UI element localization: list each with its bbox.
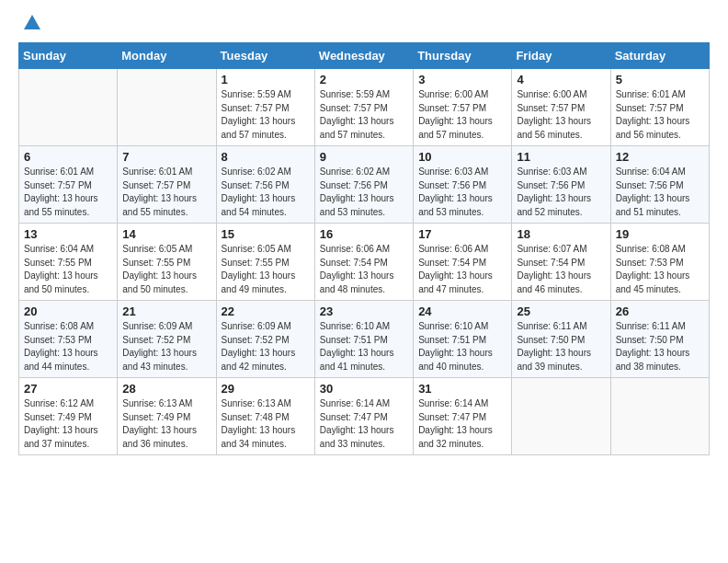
day-number: 5 bbox=[616, 73, 704, 86]
day-info: Sunrise: 6:14 AM Sunset: 7:47 PM Dayligh… bbox=[320, 397, 408, 451]
day-cell: 5Sunrise: 6:01 AM Sunset: 7:57 PM Daylig… bbox=[610, 69, 709, 146]
day-cell: 7Sunrise: 6:01 AM Sunset: 7:57 PM Daylig… bbox=[118, 146, 216, 224]
day-cell: 28Sunrise: 6:13 AM Sunset: 7:49 PM Dayli… bbox=[118, 378, 216, 455]
day-cell: 18Sunrise: 6:07 AM Sunset: 7:54 PM Dayli… bbox=[512, 224, 610, 301]
weekday-header-sunday: Sunday bbox=[19, 43, 118, 69]
day-cell: 9Sunrise: 6:02 AM Sunset: 7:56 PM Daylig… bbox=[314, 146, 413, 224]
day-number: 30 bbox=[320, 382, 408, 396]
logo bbox=[18, 15, 42, 33]
week-row-3: 13Sunrise: 6:04 AM Sunset: 7:55 PM Dayli… bbox=[19, 224, 710, 301]
day-cell: 16Sunrise: 6:06 AM Sunset: 7:54 PM Dayli… bbox=[314, 224, 413, 301]
day-cell: 26Sunrise: 6:11 AM Sunset: 7:50 PM Dayli… bbox=[610, 301, 709, 378]
day-cell: 22Sunrise: 6:09 AM Sunset: 7:52 PM Dayli… bbox=[216, 301, 314, 378]
day-number: 29 bbox=[222, 382, 310, 396]
day-info: Sunrise: 6:11 AM Sunset: 7:50 PM Dayligh… bbox=[517, 320, 605, 373]
day-number: 4 bbox=[517, 73, 605, 86]
day-number: 13 bbox=[24, 227, 112, 241]
day-cell: 31Sunrise: 6:14 AM Sunset: 7:47 PM Dayli… bbox=[414, 378, 512, 455]
header bbox=[18, 15, 710, 33]
day-number: 16 bbox=[320, 227, 408, 241]
day-info: Sunrise: 6:11 AM Sunset: 7:50 PM Dayligh… bbox=[616, 320, 704, 373]
day-info: Sunrise: 6:03 AM Sunset: 7:56 PM Dayligh… bbox=[517, 166, 605, 219]
day-number: 17 bbox=[418, 227, 506, 241]
day-cell: 23Sunrise: 6:10 AM Sunset: 7:51 PM Dayli… bbox=[314, 301, 413, 378]
weekday-header-row: SundayMondayTuesdayWednesdayThursdayFrid… bbox=[19, 43, 710, 69]
day-cell: 13Sunrise: 6:04 AM Sunset: 7:55 PM Dayli… bbox=[19, 224, 118, 301]
day-info: Sunrise: 6:07 AM Sunset: 7:54 PM Dayligh… bbox=[517, 243, 605, 296]
day-number: 19 bbox=[616, 227, 704, 241]
weekday-header-tuesday: Tuesday bbox=[216, 43, 314, 69]
day-cell bbox=[118, 69, 216, 146]
day-number: 28 bbox=[122, 382, 210, 396]
day-info: Sunrise: 6:00 AM Sunset: 7:57 PM Dayligh… bbox=[517, 88, 605, 142]
day-cell: 25Sunrise: 6:11 AM Sunset: 7:50 PM Dayli… bbox=[512, 301, 610, 378]
day-info: Sunrise: 6:14 AM Sunset: 7:47 PM Dayligh… bbox=[418, 397, 506, 451]
day-cell: 27Sunrise: 6:12 AM Sunset: 7:49 PM Dayli… bbox=[19, 378, 118, 455]
day-info: Sunrise: 5:59 AM Sunset: 7:57 PM Dayligh… bbox=[320, 88, 408, 142]
day-cell: 4Sunrise: 6:00 AM Sunset: 7:57 PM Daylig… bbox=[512, 69, 610, 146]
day-number: 2 bbox=[320, 73, 408, 86]
day-cell: 30Sunrise: 6:14 AM Sunset: 7:47 PM Dayli… bbox=[314, 378, 413, 455]
day-info: Sunrise: 5:59 AM Sunset: 7:57 PM Dayligh… bbox=[222, 88, 310, 142]
day-number: 18 bbox=[517, 227, 605, 241]
day-number: 10 bbox=[418, 150, 506, 164]
day-cell: 6Sunrise: 6:01 AM Sunset: 7:57 PM Daylig… bbox=[19, 146, 118, 224]
day-cell: 20Sunrise: 6:08 AM Sunset: 7:53 PM Dayli… bbox=[19, 301, 118, 378]
day-cell: 2Sunrise: 5:59 AM Sunset: 7:57 PM Daylig… bbox=[314, 69, 413, 146]
day-number: 3 bbox=[418, 73, 506, 86]
weekday-header-monday: Monday bbox=[118, 43, 216, 69]
day-info: Sunrise: 6:02 AM Sunset: 7:56 PM Dayligh… bbox=[320, 166, 408, 219]
day-cell: 11Sunrise: 6:03 AM Sunset: 7:56 PM Dayli… bbox=[512, 146, 610, 224]
svg-marker-0 bbox=[24, 15, 40, 29]
day-info: Sunrise: 6:12 AM Sunset: 7:49 PM Dayligh… bbox=[24, 397, 112, 451]
day-number: 24 bbox=[418, 304, 506, 318]
day-cell: 19Sunrise: 6:08 AM Sunset: 7:53 PM Dayli… bbox=[610, 224, 709, 301]
day-cell: 8Sunrise: 6:02 AM Sunset: 7:56 PM Daylig… bbox=[216, 146, 314, 224]
day-info: Sunrise: 6:03 AM Sunset: 7:56 PM Dayligh… bbox=[418, 166, 506, 219]
day-number: 1 bbox=[222, 73, 310, 86]
day-info: Sunrise: 6:04 AM Sunset: 7:56 PM Dayligh… bbox=[616, 166, 704, 219]
day-info: Sunrise: 6:04 AM Sunset: 7:55 PM Dayligh… bbox=[24, 243, 112, 296]
day-cell: 17Sunrise: 6:06 AM Sunset: 7:54 PM Dayli… bbox=[414, 224, 512, 301]
day-info: Sunrise: 6:10 AM Sunset: 7:51 PM Dayligh… bbox=[320, 320, 408, 373]
day-number: 31 bbox=[418, 382, 506, 396]
day-number: 22 bbox=[222, 304, 310, 318]
day-number: 12 bbox=[616, 150, 704, 164]
day-info: Sunrise: 6:13 AM Sunset: 7:49 PM Dayligh… bbox=[122, 397, 210, 451]
day-cell: 3Sunrise: 6:00 AM Sunset: 7:57 PM Daylig… bbox=[414, 69, 512, 146]
day-number: 26 bbox=[616, 304, 704, 318]
day-cell: 15Sunrise: 6:05 AM Sunset: 7:55 PM Dayli… bbox=[216, 224, 314, 301]
day-number: 20 bbox=[24, 304, 112, 318]
logo-icon bbox=[22, 13, 42, 33]
calendar-table: SundayMondayTuesdayWednesdayThursdayFrid… bbox=[18, 42, 710, 455]
day-info: Sunrise: 6:01 AM Sunset: 7:57 PM Dayligh… bbox=[616, 88, 704, 142]
day-info: Sunrise: 6:02 AM Sunset: 7:56 PM Dayligh… bbox=[222, 166, 310, 219]
day-info: Sunrise: 6:09 AM Sunset: 7:52 PM Dayligh… bbox=[222, 320, 310, 373]
day-cell: 1Sunrise: 5:59 AM Sunset: 7:57 PM Daylig… bbox=[216, 69, 314, 146]
day-info: Sunrise: 6:06 AM Sunset: 7:54 PM Dayligh… bbox=[418, 243, 506, 296]
day-info: Sunrise: 6:01 AM Sunset: 7:57 PM Dayligh… bbox=[24, 166, 112, 219]
day-info: Sunrise: 6:06 AM Sunset: 7:54 PM Dayligh… bbox=[320, 243, 408, 296]
weekday-header-wednesday: Wednesday bbox=[314, 43, 413, 69]
day-number: 27 bbox=[24, 382, 112, 396]
day-number: 23 bbox=[320, 304, 408, 318]
page: SundayMondayTuesdayWednesdayThursdayFrid… bbox=[0, 0, 728, 563]
day-info: Sunrise: 6:09 AM Sunset: 7:52 PM Dayligh… bbox=[122, 320, 210, 373]
day-info: Sunrise: 6:05 AM Sunset: 7:55 PM Dayligh… bbox=[222, 243, 310, 296]
day-cell: 24Sunrise: 6:10 AM Sunset: 7:51 PM Dayli… bbox=[414, 301, 512, 378]
day-info: Sunrise: 6:13 AM Sunset: 7:48 PM Dayligh… bbox=[222, 397, 310, 451]
weekday-header-friday: Friday bbox=[512, 43, 610, 69]
week-row-4: 20Sunrise: 6:08 AM Sunset: 7:53 PM Dayli… bbox=[19, 301, 710, 378]
day-info: Sunrise: 6:08 AM Sunset: 7:53 PM Dayligh… bbox=[24, 320, 112, 373]
day-cell: 14Sunrise: 6:05 AM Sunset: 7:55 PM Dayli… bbox=[118, 224, 216, 301]
day-info: Sunrise: 6:08 AM Sunset: 7:53 PM Dayligh… bbox=[616, 243, 704, 296]
day-cell bbox=[512, 378, 610, 455]
weekday-header-thursday: Thursday bbox=[414, 43, 512, 69]
day-number: 11 bbox=[517, 150, 605, 164]
day-number: 15 bbox=[222, 227, 310, 241]
day-number: 6 bbox=[24, 150, 112, 164]
day-cell: 12Sunrise: 6:04 AM Sunset: 7:56 PM Dayli… bbox=[610, 146, 709, 224]
weekday-header-saturday: Saturday bbox=[610, 43, 709, 69]
day-cell: 29Sunrise: 6:13 AM Sunset: 7:48 PM Dayli… bbox=[216, 378, 314, 455]
day-info: Sunrise: 6:05 AM Sunset: 7:55 PM Dayligh… bbox=[122, 243, 210, 296]
